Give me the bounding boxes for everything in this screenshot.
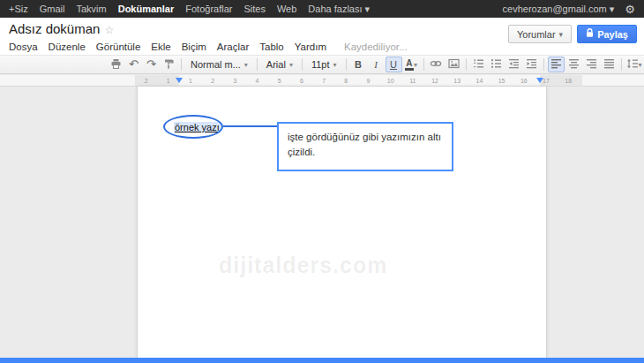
annotation-connector-line — [223, 125, 277, 127]
google-docs-window: +Siz Gmail Takvim Dokümanlar Fotoğraflar… — [0, 0, 644, 363]
document-canvas: örnek yazı işte gördüğünüz gibi yazımızı… — [0, 87, 644, 363]
ruler-number: 10 — [379, 75, 401, 87]
toolbar-separator — [621, 58, 622, 71]
menu-duzenle[interactable]: Düzenle — [49, 42, 86, 52]
styles-dropdown[interactable]: Normal m...▾ — [185, 57, 253, 72]
doc-title[interactable]: Adsız doküman — [9, 21, 100, 36]
caret-down-icon: ▾ — [289, 61, 293, 69]
indent-icon — [526, 58, 537, 71]
comments-button[interactable]: Yorumlar ▾ — [508, 25, 572, 43]
menu-bicim[interactable]: Biçim — [182, 42, 206, 52]
annotation-ellipse — [163, 115, 223, 139]
menu-araclar[interactable]: Araçlar — [217, 42, 249, 52]
topbar-link-takvim[interactable]: Takvim — [76, 4, 106, 14]
ruler-number: 11 — [401, 75, 423, 87]
menubar: Dosya Düzenle Görüntüle Ekle Biçim Araçl… — [9, 42, 408, 52]
font-dropdown[interactable]: Arial▾ — [261, 57, 298, 72]
gear-icon[interactable]: ⚙ — [625, 3, 635, 16]
align-right-button[interactable] — [583, 57, 600, 72]
toolbar: ↶ ↷ Normal m...▾ Arial▾ 11pt▾ B I U A ▾ — [0, 55, 644, 74]
bulleted-list-button[interactable] — [488, 57, 505, 72]
caret-down-icon: ▾ — [559, 30, 564, 39]
topbar-link-sites[interactable]: Sites — [243, 4, 265, 14]
line-spacing-button[interactable]: ▾ — [625, 57, 643, 72]
outdent-button[interactable] — [505, 57, 522, 72]
insert-image-button[interactable] — [446, 57, 462, 72]
topbar-account-area: cevherozan@gmail.com ▾ ⚙ — [503, 3, 635, 16]
document-page[interactable]: örnek yazı işte gördüğünüz gibi yazımızı… — [137, 87, 547, 363]
watermark-text: dijitalders.com — [219, 253, 387, 278]
menu-dosya[interactable]: Dosya — [9, 42, 38, 52]
caret-down-icon: ▾ — [414, 61, 417, 69]
caret-down-icon: ▾ — [610, 4, 615, 14]
share-button[interactable]: Paylaş — [577, 25, 637, 43]
bottom-blue-bar — [0, 358, 644, 363]
toolbar-separator — [543, 58, 544, 71]
text-color-button[interactable]: A ▾ — [403, 57, 420, 72]
topbar-link-gmail[interactable]: Gmail — [40, 4, 65, 14]
doc-header: Adsız doküman ☆ Dosya Düzenle Görüntüle … — [0, 18, 644, 55]
align-left-button[interactable] — [548, 57, 565, 72]
topbar-links: +Siz Gmail Takvim Dokümanlar Fotoğraflar… — [9, 4, 370, 15]
align-center-icon — [568, 58, 580, 71]
star-icon[interactable]: ☆ — [104, 24, 114, 36]
toolbar-separator — [302, 58, 303, 71]
title-row: Adsız doküman ☆ — [9, 21, 114, 36]
numbered-list-button[interactable] — [470, 57, 487, 72]
redo-button[interactable]: ↷ — [143, 57, 160, 72]
right-margin-marker[interactable] — [536, 78, 543, 83]
ruler-number: 15 — [490, 75, 513, 87]
ruler-number: 8 — [335, 75, 357, 87]
caret-down-icon: ▾ — [639, 61, 642, 69]
ruler-number: 1 — [179, 75, 201, 87]
paint-format-button[interactable] — [161, 57, 177, 72]
caret-down-icon: ▾ — [365, 4, 371, 14]
ruler-number: 6 — [290, 75, 312, 87]
ruler[interactable]: 21123456789101112131415161718 — [0, 75, 644, 87]
topbar-link-more[interactable]: Daha fazlası ▾ — [308, 4, 370, 15]
indent-button[interactable] — [523, 57, 540, 72]
caret-down-icon: ▾ — [244, 61, 248, 69]
caret-down-icon: ▾ — [333, 61, 336, 69]
menu-tablo[interactable]: Tablo — [259, 42, 284, 52]
line-spacing-icon — [626, 58, 639, 71]
account-menu[interactable]: cevherozan@gmail.com ▾ — [503, 4, 615, 15]
bold-button[interactable]: B — [350, 57, 367, 72]
ruler-number: 18 — [558, 75, 580, 87]
font-size-dropdown[interactable]: 11pt▾ — [306, 57, 342, 72]
italic-button[interactable]: I — [368, 57, 385, 72]
undo-icon: ↶ — [129, 59, 139, 70]
google-topbar: +Siz Gmail Takvim Dokümanlar Fotoğraflar… — [0, 0, 644, 18]
insert-link-button[interactable] — [428, 57, 445, 72]
paint-roller-icon — [163, 58, 175, 72]
numbered-list-icon — [473, 58, 484, 71]
ruler-number: 12 — [423, 75, 446, 87]
ruler-number: 9 — [357, 75, 379, 87]
menu-goruntule[interactable]: Görüntüle — [96, 42, 141, 52]
topbar-link-plus-siz[interactable]: +Siz — [9, 4, 28, 14]
ruler-number: 13 — [446, 75, 468, 87]
print-button[interactable] — [108, 57, 124, 72]
topbar-link-fotograflar[interactable]: Fotoğraflar — [185, 4, 232, 14]
image-icon — [448, 58, 460, 71]
toolbar-separator — [466, 58, 467, 71]
justify-icon — [603, 58, 615, 71]
topbar-link-dokumanlar[interactable]: Dokümanlar — [118, 4, 175, 14]
toolbar-separator — [181, 58, 182, 71]
lock-icon — [586, 28, 594, 40]
undo-button[interactable]: ↶ — [125, 57, 142, 72]
menu-yardim[interactable]: Yardım — [295, 42, 326, 52]
annotation-callout: işte gördüğünüz gibi yazımızın altı çizi… — [277, 122, 453, 171]
ruler-number: 2 — [202, 75, 224, 87]
underline-button[interactable]: U — [386, 57, 402, 72]
ruler-number: 3 — [224, 75, 246, 87]
bulleted-list-icon — [490, 58, 502, 71]
ruler-numbers: 21123456789101112131415161718 — [135, 75, 580, 87]
topbar-link-web[interactable]: Web — [277, 4, 296, 14]
align-center-button[interactable] — [565, 57, 582, 72]
ruler-number: 14 — [468, 75, 490, 87]
saving-status: Kaydediliyor... — [344, 42, 408, 52]
left-margin-marker[interactable] — [176, 78, 183, 83]
menu-ekle[interactable]: Ekle — [151, 42, 170, 52]
justify-button[interactable] — [601, 57, 618, 72]
